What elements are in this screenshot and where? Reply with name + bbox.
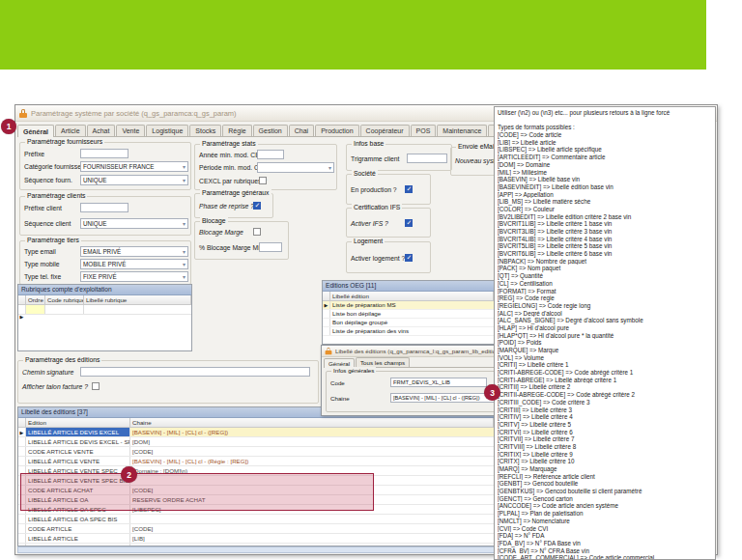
chaine-cell[interactable]: [LIB] (130, 534, 494, 543)
group-title: Infos générales (331, 367, 376, 374)
main-tab[interactable]: Coopérateur (360, 125, 410, 136)
main-tab[interactable]: Régie (222, 125, 251, 136)
group-title: Paramétrage fournisseurs (25, 138, 104, 145)
libelle-rubrique-cell[interactable] (84, 305, 191, 314)
lib-editions-titlebar[interactable]: Libellé des éditions (q_gs_paramca_l:q_g… (322, 346, 513, 357)
code-input[interactable]: FRMT_DEVIS_XL_LIB (390, 378, 487, 387)
main-tab[interactable]: Chai (289, 125, 314, 136)
column-libelle-edition[interactable]: Libellé édition (330, 292, 494, 300)
ordre-cell[interactable] (26, 305, 45, 314)
sequence-fournisseur-value: UNIQUE (83, 177, 107, 183)
column-libelle-rubrique[interactable]: Libellé rubrique (84, 295, 191, 304)
blocage-marge-min-input[interactable] (259, 242, 282, 252)
phase-reprise-checkbox[interactable] (253, 202, 261, 210)
lib-editions-tab[interactable]: Tous les champs (356, 357, 410, 367)
chaine-cell[interactable]: [CODE] (130, 447, 494, 456)
edition-cell[interactable]: LIBELLÉ ARTICLE DEVIS EXCEL - SPEC (26, 437, 130, 446)
blocage-marge-checkbox[interactable] (253, 228, 261, 236)
main-tab[interactable]: Logistique (146, 125, 188, 136)
edition-cell[interactable]: CODE ARTICLE VENTE (26, 447, 130, 456)
column-chaine[interactable]: Chaine (130, 418, 494, 427)
help-line: [CRITII-ABREGE-CODE] => Code abrégé crit… (498, 391, 712, 399)
chemin-signature-input[interactable] (80, 367, 310, 377)
code-rubrique-cell[interactable] (45, 305, 84, 314)
edition-cell[interactable]: CODE ARTICLE (26, 524, 130, 533)
horizontal-scrollbar[interactable] (17, 546, 495, 553)
column-ordre[interactable]: Ordre (26, 295, 45, 304)
chaine-cell[interactable]: [BASEVIN] - [MIL] - [CL] cl - ([REG]) (130, 428, 494, 436)
prefixe-client-input[interactable] (80, 203, 128, 212)
afficher-talon-checkbox[interactable] (92, 382, 100, 390)
chaine-cell[interactable]: [BASEVIN] - [MIL] - [CL] cl - (Régie : [… (130, 457, 494, 465)
help-line: [CL] => Centilisation (498, 280, 712, 288)
type-mobile-select[interactable]: MOBILE PRIVÉ▾ (80, 259, 188, 269)
main-tab[interactable]: Vente (116, 125, 145, 136)
sequence-client-select[interactable]: UNIQUE▾ (80, 218, 188, 229)
edition-cell[interactable]: LIBELLÉ ARTICLE OA SPEC BIS (26, 515, 130, 523)
help-line: [FDA] => N° FDA (498, 532, 712, 540)
group-parametrage-generaux: Paramétrage généraux Phase de reprise ? (194, 193, 273, 218)
edition-cell[interactable]: LIBELLÉ ARTICLE (26, 534, 130, 543)
chaine-cell[interactable]: [CODE] (130, 524, 494, 533)
activer-ifs-checkbox[interactable] (405, 219, 413, 227)
lib-editions-row[interactable]: LIBELLÉ ARTICLE VENTE [BASEVIN] - [MIL] … (18, 457, 494, 466)
help-line: [POID] => Poids (498, 339, 712, 347)
lib-editions-row[interactable]: CODE ARTICLE [CODE] (18, 524, 494, 534)
oeg-row[interactable]: Liste de préparation MS (323, 301, 494, 310)
oeg-row[interactable]: Liste de préparation des vins (323, 327, 494, 336)
blocage-marge-min-label: % Blocage Marge Min (199, 244, 259, 251)
prefixe-input[interactable] (80, 149, 128, 158)
categorie-fournisseur-select[interactable]: FOURNISSEUR FRANCE▾ (80, 161, 188, 172)
chaine-cell[interactable] (130, 515, 494, 523)
help-line: [DOM] => Domaine (498, 161, 712, 169)
help-line: [CODE_ART_COMMERCIAL] => Code article co… (498, 554, 712, 560)
edition-cell[interactable]: LIBELLÉ ARTICLE VENTE (26, 457, 130, 465)
type-fixe-select[interactable]: FIXE PRIVÉ▾ (80, 271, 188, 282)
lib-editions-row[interactable]: LIBELLÉ ARTICLE DEVIS EXCEL - SPEC [DOM] (18, 437, 494, 447)
row-marker-icon (18, 437, 26, 446)
lib-editions-row[interactable]: LIBELLÉ ARTICLE OA SPEC BIS (18, 515, 494, 524)
type-email-select[interactable]: EMAIL PRIVÉ▾ (80, 246, 188, 257)
lib-editions-row[interactable]: CODE ARTICLE VENTE [CODE] (18, 447, 494, 457)
help-line: [CRITIV] => Libellé critère 4 (498, 413, 712, 421)
en-production-checkbox[interactable] (405, 185, 413, 193)
oeg-row[interactable]: Bon dépilage groupé (323, 319, 494, 327)
cexcl-checkbox[interactable] (259, 177, 267, 184)
help-line: [VOL] => Volume (498, 354, 712, 362)
main-tab[interactable]: POS (411, 125, 437, 136)
main-tab[interactable]: Production (315, 125, 358, 136)
periode-min-select[interactable]: ▾ (257, 162, 334, 173)
row-marker-icon (323, 319, 330, 326)
activer-logement-checkbox[interactable] (405, 254, 413, 262)
type-email-label: Type email (24, 248, 80, 255)
rubriques-table: Rubriques compte d'exploitation Ordre Co… (17, 284, 192, 351)
main-tab[interactable]: Général (17, 125, 54, 137)
column-edition[interactable]: Edition (26, 418, 130, 427)
afficher-talon-label: Afficher talon facture ? (22, 383, 92, 390)
annee-min-input[interactable] (257, 150, 284, 159)
main-tab[interactable]: Achat (87, 125, 116, 136)
chaine-cell[interactable]: [DOM] (130, 437, 494, 446)
column-code-rubrique[interactable]: Code rubrique (45, 295, 84, 304)
lib-editions-row[interactable]: LIBELLÉ ARTICLE [LIB] (18, 534, 494, 544)
help-line: [BV2LIBEDIT] => Libelle édition critère … (498, 213, 712, 221)
help-line: [CRITX] => Libellé critère 10 (498, 458, 712, 465)
rubriques-empty-row[interactable] (18, 305, 191, 315)
sequence-fournisseur-select[interactable]: UNIQUE▾ (80, 175, 188, 185)
main-tab[interactable]: Gestion (253, 125, 288, 136)
main-tab[interactable]: Stocks (189, 125, 221, 136)
editions-oeg-rows: Liste de préparation MS Liste bon dépila… (323, 301, 494, 336)
help-line: [CODE] => Code article (498, 131, 712, 139)
help-line: [HLAP*QT] => Hl d'alcool pure * la quant… (498, 332, 712, 340)
main-tab[interactable]: Article (55, 125, 85, 136)
group-title: Infos base (352, 140, 385, 147)
trigramme-input[interactable] (407, 154, 447, 163)
oeg-row[interactable]: Liste bon dépilage (323, 310, 494, 319)
phase-reprise-label: Phase de reprise ? (199, 203, 253, 210)
lib-editions-row[interactable]: LIBELLÉ ARTICLE DEVIS EXCEL [BASEVIN] - … (18, 428, 494, 437)
main-tab[interactable]: Maintenance (437, 125, 487, 136)
periode-min-label: Période min. mod. CE (199, 164, 257, 171)
help-line: [CRITIII] => Libellé critère 3 (498, 406, 712, 414)
edition-cell[interactable]: LIBELLÉ ARTICLE DEVIS EXCEL (26, 428, 130, 436)
group-title: Paramétrage tiers (25, 237, 81, 243)
